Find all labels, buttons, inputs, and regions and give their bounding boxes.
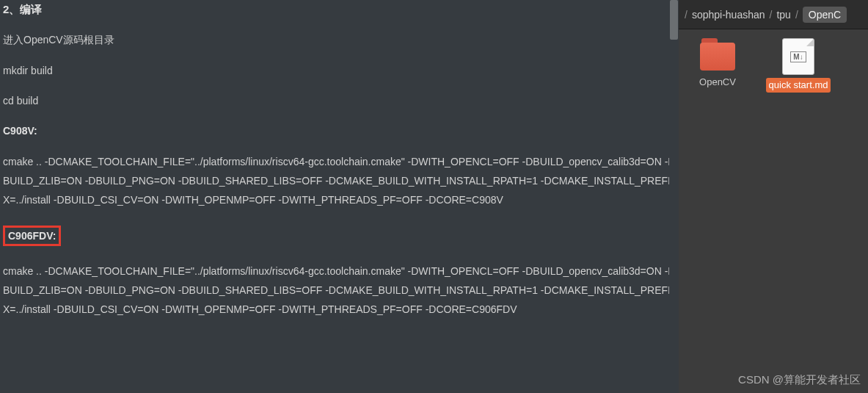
code-block: cmake .. -DCMAKE_TOOLCHAIN_FILE="../plat… — [3, 153, 676, 210]
breadcrumb-separator: / — [795, 9, 798, 21]
code-block: cmake .. -DCMAKE_TOOLCHAIN_FILE="../plat… — [3, 262, 676, 320]
scrollbar-track[interactable] — [669, 0, 679, 393]
breadcrumb: / sophpi-huashan / tpu / OpenC — [679, 0, 868, 29]
folder-icon — [699, 38, 737, 71]
scrollbar-thumb[interactable] — [670, 0, 678, 40]
subsection-heading: C908V: — [3, 125, 676, 137]
folder-item[interactable]: OpenCV — [685, 38, 751, 93]
command-line: cd build — [3, 94, 676, 109]
breadcrumb-item-current[interactable]: OpenC — [803, 7, 847, 23]
file-label: quick start.md — [766, 78, 831, 93]
highlighted-heading: C906FDV: — [3, 226, 61, 246]
paragraph: 进入OpenCV源码根目录 — [3, 33, 676, 48]
md-symbol: M↓ — [790, 51, 806, 62]
breadcrumb-item[interactable]: sophpi-huashan — [692, 9, 765, 21]
folder-label: OpenCV — [696, 75, 739, 90]
watermark: CSDN @算能开发者社区 — [738, 373, 861, 387]
file-item[interactable]: M↓ quick start.md — [765, 38, 831, 93]
file-grid: OpenCV M↓ quick start.md — [679, 29, 868, 101]
file-browser-panel: / sophpi-huashan / tpu / OpenC OpenCV M↓… — [679, 0, 868, 393]
breadcrumb-separator: / — [685, 9, 688, 21]
subsection-heading: C906FDV: — [8, 230, 56, 242]
breadcrumb-item[interactable]: tpu — [776, 9, 790, 21]
breadcrumb-separator: / — [770, 9, 773, 21]
command-line: mkdir build — [3, 64, 676, 79]
document-panel: 2、编译 进入OpenCV源码根目录 mkdir build cd build … — [0, 0, 679, 393]
section-heading: 2、编译 — [3, 3, 676, 17]
markdown-file-icon: M↓ — [782, 38, 814, 75]
